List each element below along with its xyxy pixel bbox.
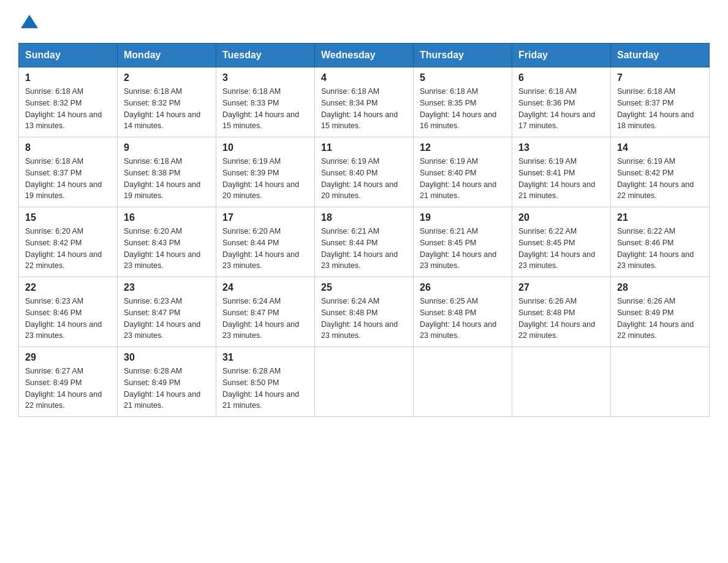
calendar-day-cell: 18Sunrise: 6:21 AMSunset: 8:44 PMDayligh…	[315, 207, 414, 277]
calendar-day-cell: 19Sunrise: 6:21 AMSunset: 8:45 PMDayligh…	[414, 207, 512, 277]
day-number: 28	[617, 282, 703, 293]
logo	[18, 12, 38, 31]
day-number: 31	[222, 352, 308, 363]
day-info: Sunrise: 6:19 AMSunset: 8:42 PMDaylight:…	[617, 156, 703, 202]
weekday-header-monday: Monday	[118, 44, 216, 67]
day-number: 2	[124, 72, 210, 83]
calendar-day-cell: 4Sunrise: 6:18 AMSunset: 8:34 PMDaylight…	[315, 67, 414, 137]
day-number: 14	[617, 142, 703, 153]
day-number: 4	[321, 72, 407, 83]
day-info: Sunrise: 6:18 AMSunset: 8:35 PMDaylight:…	[420, 86, 506, 132]
day-number: 9	[124, 142, 210, 153]
day-number: 16	[124, 212, 210, 223]
day-info: Sunrise: 6:24 AMSunset: 8:47 PMDaylight:…	[222, 296, 308, 342]
calendar-day-cell: 7Sunrise: 6:18 AMSunset: 8:37 PMDaylight…	[611, 67, 710, 137]
day-number: 6	[518, 72, 604, 83]
calendar-day-cell: 5Sunrise: 6:18 AMSunset: 8:35 PMDaylight…	[414, 67, 512, 137]
calendar-day-cell	[414, 347, 512, 417]
day-number: 26	[420, 282, 506, 293]
calendar-day-cell: 8Sunrise: 6:18 AMSunset: 8:37 PMDaylight…	[19, 137, 118, 207]
day-info: Sunrise: 6:28 AMSunset: 8:50 PMDaylight:…	[222, 366, 308, 412]
weekday-header-tuesday: Tuesday	[216, 44, 315, 67]
day-number: 17	[222, 212, 308, 223]
calendar-day-cell: 14Sunrise: 6:19 AMSunset: 8:42 PMDayligh…	[611, 137, 710, 207]
day-number: 3	[222, 72, 308, 83]
calendar-day-cell: 1Sunrise: 6:18 AMSunset: 8:32 PMDaylight…	[19, 67, 118, 137]
day-number: 12	[420, 142, 506, 153]
calendar-day-cell: 31Sunrise: 6:28 AMSunset: 8:50 PMDayligh…	[216, 347, 315, 417]
day-number: 20	[518, 212, 604, 223]
day-number: 19	[420, 212, 506, 223]
day-number: 13	[518, 142, 604, 153]
calendar-day-cell: 21Sunrise: 6:22 AMSunset: 8:46 PMDayligh…	[611, 207, 710, 277]
calendar-day-cell: 3Sunrise: 6:18 AMSunset: 8:33 PMDaylight…	[216, 67, 315, 137]
calendar-day-cell: 26Sunrise: 6:25 AMSunset: 8:48 PMDayligh…	[414, 277, 512, 347]
calendar-day-cell: 22Sunrise: 6:23 AMSunset: 8:46 PMDayligh…	[19, 277, 118, 347]
day-info: Sunrise: 6:18 AMSunset: 8:38 PMDaylight:…	[124, 156, 210, 202]
weekday-header-friday: Friday	[512, 44, 611, 67]
calendar-day-cell: 10Sunrise: 6:19 AMSunset: 8:39 PMDayligh…	[216, 137, 315, 207]
day-number: 8	[25, 142, 111, 153]
calendar-day-cell: 12Sunrise: 6:19 AMSunset: 8:40 PMDayligh…	[414, 137, 512, 207]
calendar-header-row: SundayMondayTuesdayWednesdayThursdayFrid…	[19, 44, 710, 67]
day-info: Sunrise: 6:19 AMSunset: 8:41 PMDaylight:…	[518, 156, 604, 202]
day-info: Sunrise: 6:20 AMSunset: 8:43 PMDaylight:…	[124, 226, 210, 272]
calendar-day-cell	[611, 347, 710, 417]
weekday-header-thursday: Thursday	[414, 44, 512, 67]
calendar-week-row: 22Sunrise: 6:23 AMSunset: 8:46 PMDayligh…	[19, 277, 710, 347]
weekday-header-wednesday: Wednesday	[315, 44, 414, 67]
logo-triangle-icon	[21, 15, 38, 28]
day-info: Sunrise: 6:18 AMSunset: 8:36 PMDaylight:…	[518, 86, 604, 132]
calendar-day-cell: 30Sunrise: 6:28 AMSunset: 8:49 PMDayligh…	[118, 347, 216, 417]
day-info: Sunrise: 6:18 AMSunset: 8:37 PMDaylight:…	[25, 156, 111, 202]
calendar-day-cell: 24Sunrise: 6:24 AMSunset: 8:47 PMDayligh…	[216, 277, 315, 347]
day-number: 27	[518, 282, 604, 293]
calendar-week-row: 15Sunrise: 6:20 AMSunset: 8:42 PMDayligh…	[19, 207, 710, 277]
day-info: Sunrise: 6:27 AMSunset: 8:49 PMDaylight:…	[25, 366, 111, 412]
day-number: 29	[25, 352, 111, 363]
calendar-week-row: 29Sunrise: 6:27 AMSunset: 8:49 PMDayligh…	[19, 347, 710, 417]
day-info: Sunrise: 6:28 AMSunset: 8:49 PMDaylight:…	[124, 366, 210, 412]
day-number: 5	[420, 72, 506, 83]
day-number: 10	[222, 142, 308, 153]
day-info: Sunrise: 6:25 AMSunset: 8:48 PMDaylight:…	[420, 296, 506, 342]
day-number: 1	[25, 72, 111, 83]
calendar-day-cell: 16Sunrise: 6:20 AMSunset: 8:43 PMDayligh…	[118, 207, 216, 277]
day-number: 25	[321, 282, 407, 293]
weekday-header-saturday: Saturday	[611, 44, 710, 67]
weekday-header-sunday: Sunday	[19, 44, 118, 67]
day-info: Sunrise: 6:23 AMSunset: 8:47 PMDaylight:…	[124, 296, 210, 342]
day-info: Sunrise: 6:22 AMSunset: 8:45 PMDaylight:…	[518, 226, 604, 272]
day-number: 15	[25, 212, 111, 223]
calendar-day-cell: 11Sunrise: 6:19 AMSunset: 8:40 PMDayligh…	[315, 137, 414, 207]
day-number: 18	[321, 212, 407, 223]
day-info: Sunrise: 6:19 AMSunset: 8:40 PMDaylight:…	[420, 156, 506, 202]
day-info: Sunrise: 6:20 AMSunset: 8:44 PMDaylight:…	[222, 226, 308, 272]
day-info: Sunrise: 6:22 AMSunset: 8:46 PMDaylight:…	[617, 226, 703, 272]
day-info: Sunrise: 6:20 AMSunset: 8:42 PMDaylight:…	[25, 226, 111, 272]
calendar-day-cell: 28Sunrise: 6:26 AMSunset: 8:49 PMDayligh…	[611, 277, 710, 347]
day-info: Sunrise: 6:24 AMSunset: 8:48 PMDaylight:…	[321, 296, 407, 342]
day-info: Sunrise: 6:18 AMSunset: 8:32 PMDaylight:…	[124, 86, 210, 132]
day-number: 23	[124, 282, 210, 293]
page-header	[18, 12, 710, 31]
calendar-day-cell: 23Sunrise: 6:23 AMSunset: 8:47 PMDayligh…	[118, 277, 216, 347]
day-info: Sunrise: 6:18 AMSunset: 8:32 PMDaylight:…	[25, 86, 111, 132]
day-info: Sunrise: 6:26 AMSunset: 8:49 PMDaylight:…	[617, 296, 703, 342]
day-info: Sunrise: 6:18 AMSunset: 8:34 PMDaylight:…	[321, 86, 407, 132]
day-info: Sunrise: 6:19 AMSunset: 8:39 PMDaylight:…	[222, 156, 308, 202]
calendar-day-cell: 6Sunrise: 6:18 AMSunset: 8:36 PMDaylight…	[512, 67, 611, 137]
calendar-day-cell: 29Sunrise: 6:27 AMSunset: 8:49 PMDayligh…	[19, 347, 118, 417]
day-info: Sunrise: 6:23 AMSunset: 8:46 PMDaylight:…	[25, 296, 111, 342]
day-number: 24	[222, 282, 308, 293]
day-info: Sunrise: 6:19 AMSunset: 8:40 PMDaylight:…	[321, 156, 407, 202]
calendar-day-cell: 25Sunrise: 6:24 AMSunset: 8:48 PMDayligh…	[315, 277, 414, 347]
day-info: Sunrise: 6:21 AMSunset: 8:45 PMDaylight:…	[420, 226, 506, 272]
day-info: Sunrise: 6:21 AMSunset: 8:44 PMDaylight:…	[321, 226, 407, 272]
calendar-week-row: 1Sunrise: 6:18 AMSunset: 8:32 PMDaylight…	[19, 67, 710, 137]
calendar-day-cell: 27Sunrise: 6:26 AMSunset: 8:48 PMDayligh…	[512, 277, 611, 347]
calendar-day-cell: 13Sunrise: 6:19 AMSunset: 8:41 PMDayligh…	[512, 137, 611, 207]
calendar-table: SundayMondayTuesdayWednesdayThursdayFrid…	[18, 43, 710, 417]
calendar-week-row: 8Sunrise: 6:18 AMSunset: 8:37 PMDaylight…	[19, 137, 710, 207]
day-info: Sunrise: 6:18 AMSunset: 8:37 PMDaylight:…	[617, 86, 703, 132]
